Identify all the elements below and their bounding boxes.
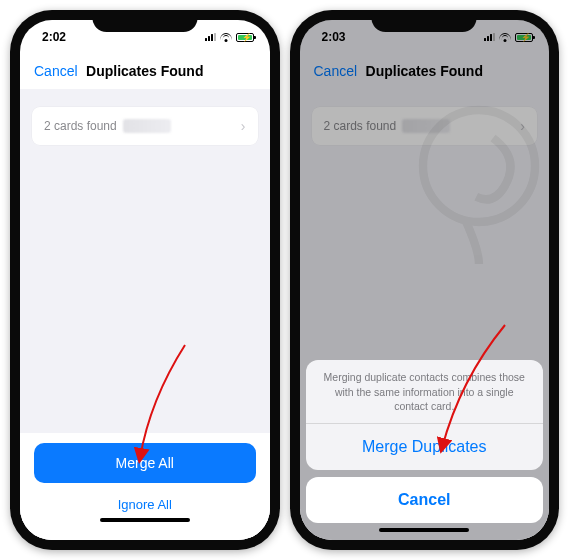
device-notch [92,10,197,32]
list-area: 2 cards found › [20,89,270,433]
action-sheet-cancel-button[interactable]: Cancel [306,477,544,523]
status-time: 2:02 [42,30,66,44]
action-sheet-message: Merging duplicate contacts combines thos… [306,360,544,424]
page-title: Duplicates Found [86,63,203,79]
merge-duplicates-button[interactable]: Merge Duplicates [306,424,544,470]
status-icons: ⚡ [205,33,252,42]
wifi-icon [220,33,232,42]
screen: 2:03 ⚡ Cancel Duplicates Found 2 cards f… [300,20,550,540]
nav-bar: Cancel Duplicates Found [20,54,270,89]
battery-icon: ⚡ [236,33,252,42]
home-indicator [379,528,469,532]
cellular-signal-icon [205,33,216,41]
ignore-all-button[interactable]: Ignore All [34,497,256,512]
device-notch [372,10,477,32]
row-label: 2 cards found [44,119,117,133]
content-area: 2 cards found › Merge All Ignore All [20,89,270,540]
screen: 2:02 ⚡ Cancel Duplicates Found 2 cards f… [20,20,270,540]
bottom-actions: Merge All Ignore All [20,433,270,540]
phone-frame-right: 2:03 ⚡ Cancel Duplicates Found 2 cards f… [290,10,560,550]
redacted-preview [123,119,171,133]
home-indicator [100,518,190,522]
duplicates-group-row[interactable]: 2 cards found › [32,107,258,145]
phone-frame-left: 2:02 ⚡ Cancel Duplicates Found 2 cards f… [10,10,280,550]
action-sheet-group: Merging duplicate contacts combines thos… [306,360,544,470]
merge-all-button[interactable]: Merge All [34,443,256,483]
chevron-right-icon: › [241,118,246,134]
action-sheet: Merging duplicate contacts combines thos… [306,360,544,536]
cancel-button[interactable]: Cancel [20,63,78,79]
